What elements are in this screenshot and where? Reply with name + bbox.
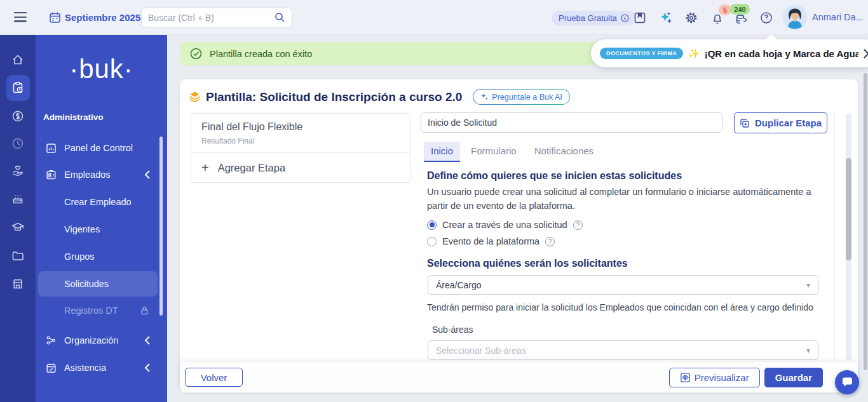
stages-panel: Final del Flujo Flexible Resultado Final…	[191, 113, 410, 183]
sidebar-icon-rail	[0, 35, 36, 402]
user-name[interactable]: Anmari Da...	[812, 12, 864, 22]
sparkle-emoji-icon: ✨	[688, 48, 699, 58]
attendance-calendar-icon	[46, 363, 57, 373]
training-graduation-icon[interactable]	[11, 221, 24, 234]
user-avatar[interactable]	[783, 5, 807, 29]
stage-subtitle: Resultado Final	[201, 137, 400, 145]
ask-buk-ai-label: Preguntale a Buk AI	[492, 93, 562, 102]
chevron-left-icon	[144, 363, 150, 372]
calendar-icon[interactable]	[49, 11, 61, 23]
sidebar-section-label: Administrativo	[43, 112, 104, 122]
chevron-left-icon	[144, 170, 150, 179]
bookmark-icon[interactable]	[634, 11, 646, 24]
topbar: Septiembre 2025 Prueba Gratuita 5 240 An…	[0, 0, 868, 35]
sidebar-item-label: Empleados	[64, 170, 111, 180]
sidebar-scrollbar[interactable]	[159, 137, 163, 316]
ask-buk-ai-button[interactable]: Preguntale a Buk AI	[473, 89, 570, 105]
add-stage-button[interactable]: + Agregar Etapa	[191, 153, 410, 182]
page-title: Plantilla: Solicitud de Inscripción a cu…	[206, 90, 462, 104]
check-circle-icon	[190, 48, 202, 60]
caret-down-icon: ▾	[806, 281, 810, 290]
page-scrollbar[interactable]	[864, 73, 867, 370]
tab-notificaciones[interactable]: Notificaciones	[527, 142, 600, 162]
stage-title: Final del Flujo Flexible	[201, 121, 400, 133]
employees-badge-icon	[46, 170, 57, 180]
caret-down-icon: ▾	[806, 346, 810, 355]
sidebar-item-empleados[interactable]: Empleados	[38, 162, 158, 187]
help-circle-icon[interactable]: ?	[573, 220, 583, 230]
subareas-select[interactable]: Seleccionar Sub-áreas ▾	[428, 340, 818, 360]
sidebar-item-crear-empleado[interactable]: Crear Empleado	[38, 189, 158, 215]
home-icon[interactable]	[11, 53, 24, 66]
payments-icon[interactable]	[11, 110, 24, 123]
tab-inicio[interactable]: Inicio	[424, 142, 460, 162]
marketplace-store-icon[interactable]	[11, 278, 24, 290]
files-folder-icon[interactable]	[11, 250, 24, 262]
duplicate-icon	[740, 118, 750, 128]
sidebar-item-panel-de-control[interactable]: Panel de Control	[38, 135, 158, 161]
credits-count-badge[interactable]: 240	[730, 4, 750, 15]
sidebar-item-grupos[interactable]: Grupos	[38, 244, 158, 269]
sidebar-item-label: Grupos	[64, 251, 95, 262]
permission-note: Tendrán permiso para iniciar la solicitu…	[427, 302, 813, 312]
credits-coins-icon[interactable]	[735, 13, 748, 25]
search-input[interactable]	[148, 8, 272, 27]
sidebar: ·buk· Administrativo Panel de Control Em…	[0, 35, 167, 402]
sidebar-item-registros-dt[interactable]: Registros DT	[38, 298, 158, 323]
requests-clipboard-icon[interactable]	[11, 81, 24, 94]
sidebar-item-label: Organización	[64, 335, 118, 345]
notifications-count-badge[interactable]: 5	[719, 4, 731, 15]
sidebar-item-solicitudes[interactable]: Solicitudes	[38, 271, 158, 297]
radio-unselected-icon[interactable]	[427, 237, 437, 246]
sidebar-item-label: Vigentes	[64, 224, 100, 234]
radio-option-crear-solicitud[interactable]: Crear a través de una solicitud ?	[427, 220, 583, 230]
editor-scrollbar-thumb[interactable]	[846, 158, 851, 260]
organization-icon	[46, 335, 57, 346]
stage-item-final[interactable]: Final del Flujo Flexible Resultado Final	[191, 114, 410, 153]
dashboard-icon	[46, 143, 57, 154]
settings-gear-icon[interactable]	[685, 11, 698, 24]
add-stage-label: Agregar Etapa	[218, 162, 285, 174]
trial-label: Prueba Gratuita	[559, 13, 617, 23]
chat-widget-button[interactable]	[835, 370, 859, 394]
plus-icon: +	[201, 161, 209, 174]
chevron-left-icon	[144, 336, 150, 345]
preview-button[interactable]: Previsualizar	[669, 368, 760, 387]
search-icon[interactable]	[275, 12, 285, 23]
promo-toast[interactable]: DOCUMENTOS Y FIRMA ✨ ¡QR en cada hoja y …	[591, 39, 868, 67]
sidebar-item-organizacion[interactable]: Organización	[38, 328, 158, 353]
duplicate-stage-button[interactable]: Duplicar Etapa	[734, 112, 827, 133]
avatar-illustration	[783, 5, 807, 29]
chevron-right-icon[interactable]	[864, 49, 868, 58]
search-box	[141, 8, 292, 27]
banner-message: Plantilla creada con éxito	[210, 49, 312, 59]
buk-logo[interactable]: ·buk·	[36, 54, 167, 84]
sidebar-item-vigentes[interactable]: Vigentes	[38, 217, 158, 242]
preview-label: Previsualizar	[695, 372, 749, 383]
help-circle-icon[interactable]: ?	[545, 237, 555, 246]
sidebar-item-asistencia[interactable]: Asistencia	[38, 355, 158, 380]
time-clock-icon[interactable]	[11, 137, 24, 150]
culture-cake-icon[interactable]	[11, 192, 24, 205]
save-button[interactable]: Guardar	[764, 368, 823, 387]
stage-tabs: Inicio Formulario Notificaciones	[424, 142, 600, 162]
stage-name-input[interactable]	[421, 112, 722, 133]
preview-eye-icon	[680, 372, 691, 383]
buk-app: Septiembre 2025 Prueba Gratuita 5 240 An…	[0, 0, 868, 402]
requesters-type-select[interactable]: Área/Cargo ▾	[428, 275, 818, 295]
hamburger-menu-icon[interactable]	[14, 12, 27, 22]
sidebar-item-label: Registros DT	[64, 305, 118, 316]
start-section-description: Un usuario puede crear una solicitud al …	[427, 185, 821, 213]
ai-sparkle-icon[interactable]	[660, 11, 673, 24]
benefits-hand-heart-icon[interactable]	[11, 164, 24, 177]
info-icon	[621, 14, 629, 22]
radio-selected-icon[interactable]	[427, 220, 437, 230]
trial-badge[interactable]: Prueba Gratuita	[552, 11, 636, 25]
subareas-placeholder: Seleccionar Sub-áreas	[436, 345, 526, 356]
tab-formulario[interactable]: Formulario	[464, 142, 524, 162]
radio-option-evento-plataforma[interactable]: Evento de la plataforma ?	[427, 236, 555, 246]
back-button[interactable]: Volver	[185, 368, 243, 387]
period-selector[interactable]: Septiembre 2025	[65, 12, 140, 23]
help-icon[interactable]	[760, 11, 773, 24]
main-area: Plantilla creada con éxito Plantilla: So…	[167, 35, 868, 402]
